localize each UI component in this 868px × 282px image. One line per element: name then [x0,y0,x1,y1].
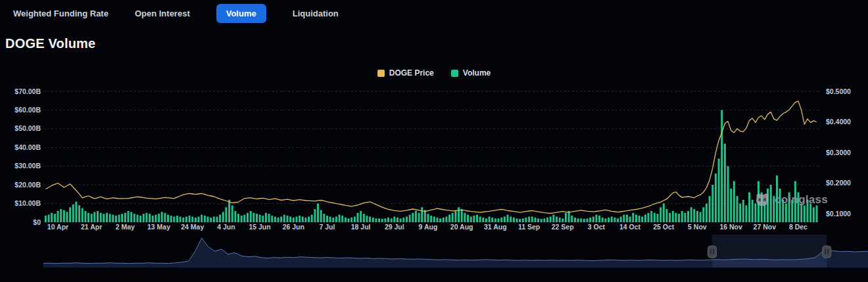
svg-text:20 Aug: 20 Aug [450,223,473,231]
svg-text:25 Oct: 25 Oct [653,223,675,231]
svg-text:27 Nov: 27 Nov [754,223,777,231]
doge-price-swatch-icon [377,70,385,77]
svg-text:4 Jun: 4 Jun [217,223,235,231]
svg-text:3 Oct: 3 Oct [588,223,606,231]
svg-text:$0.4000: $0.4000 [826,118,851,126]
svg-text:22 Sep: 22 Sep [552,223,574,231]
svg-text:$0.5000: $0.5000 [826,87,851,95]
svg-text:10 Apr: 10 Apr [47,223,68,231]
svg-text:11 Sep: 11 Sep [518,223,540,231]
legend-item-volume[interactable]: Volume [451,68,491,78]
svg-text:$10.00B: $10.00B [14,199,41,207]
legend-label-volume: Volume [463,68,491,78]
svg-text:$70.00B: $70.00B [14,87,41,95]
tab-open-interest[interactable]: Open Interest [135,9,190,18]
svg-text:$0.1000: $0.1000 [826,210,851,218]
svg-text:$0.3000: $0.3000 [826,149,851,156]
svg-text:21 Apr: 21 Apr [81,223,102,231]
svg-text:$50.00B: $50.00B [14,124,41,132]
svg-text:$0: $0 [33,218,41,226]
price-line[interactable] [45,101,817,214]
svg-text:13 May: 13 May [147,223,170,231]
range-navigator[interactable] [0,234,868,270]
tab-volume[interactable]: Volume [216,4,266,23]
svg-text:9 Aug: 9 Aug [419,223,438,231]
svg-text:14 Oct: 14 Oct [619,223,641,231]
svg-text:7 Jul: 7 Jul [319,223,335,231]
chart-tab-bar: Weighted Funding Rate Open Interest Volu… [0,0,868,26]
navigator-left-handle[interactable] [708,246,717,258]
svg-text:29 Jul: 29 Jul [385,223,404,231]
svg-text:18 Jul: 18 Jul [351,223,371,231]
svg-text:2 May: 2 May [116,223,135,231]
left-axis-labels: $70.00B$60.00B$50.00B$40.00B$30.00B$20.0… [14,87,41,226]
right-axis-labels: $0.5000$0.4000$0.3000$0.2000$0.1000 [826,87,851,218]
gridlines [43,91,821,222]
svg-text:$40.00B: $40.00B [14,143,41,151]
svg-text:8 Dec: 8 Dec [789,223,808,231]
x-axis-labels: 10 Apr21 Apr2 May13 May24 May4 Jun15 Jun… [47,223,808,231]
svg-text:24 May: 24 May [181,223,204,231]
legend-item-doge-price[interactable]: DOGE Price [377,68,434,78]
navigator-right-handle[interactable] [823,246,831,258]
svg-text:$30.00B: $30.00B [14,162,41,170]
tab-liquidation[interactable]: Liquidation [293,9,339,18]
svg-text:26 Jun: 26 Jun [283,223,304,231]
svg-text:16 Nov: 16 Nov [719,223,742,231]
navigator-selection[interactable] [712,235,827,268]
chart-legend: DOGE Price Volume [0,68,868,78]
svg-text:31 Aug: 31 Aug [484,223,507,231]
page-title: DOGE Volume [5,36,95,51]
svg-text:5 Nov: 5 Nov [688,223,707,231]
svg-text:$60.00B: $60.00B [14,106,41,114]
doge-volume-chart[interactable]: $70.00B$60.00B$50.00B$40.00B$30.00B$20.0… [0,85,868,237]
doge-volume-page: Weighted Funding Rate Open Interest Volu… [0,0,868,282]
svg-text:$20.00B: $20.00B [14,181,41,189]
tab-weighted-funding-rate[interactable]: Weighted Funding Rate [13,9,108,18]
legend-label-doge-price: DOGE Price [389,68,434,78]
svg-text:$0.2000: $0.2000 [826,179,851,187]
volume-swatch-icon [451,70,458,77]
svg-text:15 Jun: 15 Jun [249,223,270,231]
